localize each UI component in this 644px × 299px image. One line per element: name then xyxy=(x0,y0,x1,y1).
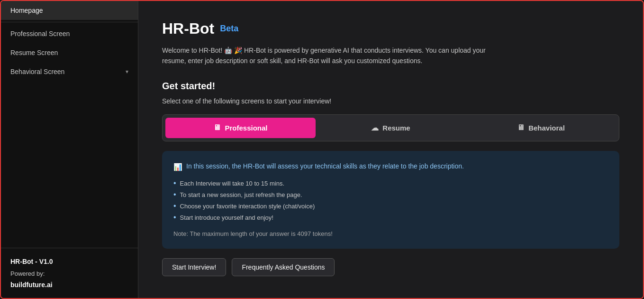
sidebar-item-behavioral-label: Behavioral Screen xyxy=(10,68,64,75)
info-box-header: 📊 In this session, the HR-Bot will asses… xyxy=(173,162,608,171)
info-item-1: Each Interview will take 10 to 15 mins. xyxy=(173,178,608,189)
app-container: Homepage Professional Screen Resume Scre… xyxy=(0,0,644,299)
resume-tab-label: Resume xyxy=(382,124,410,132)
professional-tab-icon: 🖥 xyxy=(213,123,221,132)
faq-button[interactable]: Frequently Asked Questions xyxy=(232,258,335,276)
page-subtitle: Welcome to HR-Bot! 🤖 🎉 HR-Bot is powered… xyxy=(162,45,494,66)
chevron-down-icon: ▾ xyxy=(126,68,128,75)
sidebar-item-behavioral-screen[interactable]: Behavioral Screen ▾ xyxy=(1,62,138,81)
professional-tab-label: Professional xyxy=(225,124,267,132)
tabs-row: 🖥 Professional ☁ Resume 🖥 Behavioral xyxy=(162,114,619,141)
action-row: Start Interview! Frequently Asked Questi… xyxy=(162,258,619,276)
sidebar-item-homepage-label: Homepage xyxy=(10,7,43,14)
sidebar-item-resume-screen[interactable]: Resume Screen xyxy=(1,43,138,62)
resume-tab-icon: ☁ xyxy=(371,123,379,132)
sidebar-item-resume-label: Resume Screen xyxy=(10,49,58,56)
info-item-3: Choose your favorite interaction style (… xyxy=(173,201,608,212)
info-box: 📊 In this session, the HR-Bot will asses… xyxy=(162,151,619,249)
beta-badge: Beta xyxy=(220,24,238,34)
get-started-title: Get started! xyxy=(162,81,619,92)
page-header: HR-Bot Beta Welcome to HR-Bot! 🤖 🎉 HR-Bo… xyxy=(162,20,619,66)
brand-label: buildfuture.ai xyxy=(10,281,128,289)
sidebar: Homepage Professional Screen Resume Scre… xyxy=(1,1,138,298)
version-label: HR-Bot - V1.0 xyxy=(10,258,128,265)
info-list: Each Interview will take 10 to 15 mins. … xyxy=(173,178,608,224)
main-content: HR-Bot Beta Welcome to HR-Bot! 🤖 🎉 HR-Bo… xyxy=(138,1,643,298)
sidebar-item-homepage[interactable]: Homepage xyxy=(1,1,138,20)
sidebar-item-professional-screen[interactable]: Professional Screen xyxy=(1,24,138,43)
info-item-2: To start a new session, just refresh the… xyxy=(173,189,608,201)
tab-professional[interactable]: 🖥 Professional xyxy=(165,118,316,138)
sidebar-divider-1 xyxy=(1,22,138,22)
info-header-text: In this session, the HR-Bot will assess … xyxy=(186,162,464,170)
tab-resume[interactable]: ☁ Resume xyxy=(316,118,466,138)
page-title: HR-Bot Beta xyxy=(162,20,619,37)
behavioral-tab-icon: 🖥 xyxy=(517,123,525,132)
behavioral-tab-label: Behavioral xyxy=(528,124,565,132)
powered-label: Powered by: xyxy=(10,270,128,277)
sidebar-footer: HR-Bot - V1.0 Powered by: buildfuture.ai xyxy=(1,248,138,298)
sidebar-nav: Homepage Professional Screen Resume Scre… xyxy=(1,1,138,248)
start-interview-button[interactable]: Start Interview! xyxy=(162,258,226,276)
select-text: Select one of the following screens to s… xyxy=(162,97,619,105)
info-item-4: Start introduce yourself and enjoy! xyxy=(173,212,608,224)
sidebar-item-professional-label: Professional Screen xyxy=(10,30,70,37)
tab-behavioral[interactable]: 🖥 Behavioral xyxy=(466,118,616,138)
info-note: Note: The maximum length of your answer … xyxy=(173,230,608,237)
info-emoji: 📊 xyxy=(173,163,182,171)
hrbot-title: HR-Bot xyxy=(162,20,214,37)
